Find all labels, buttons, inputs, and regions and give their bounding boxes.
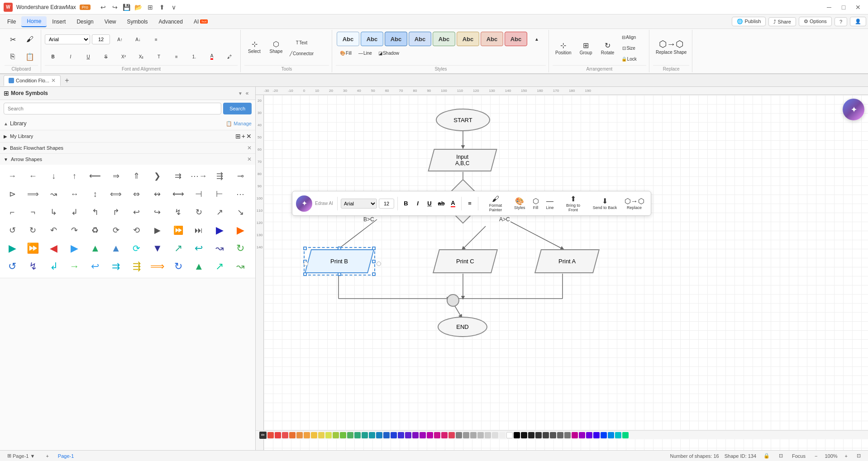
- color-accent4[interactable]: [593, 432, 600, 438]
- color-pink1[interactable]: [434, 432, 440, 438]
- lock-view-button[interactable]: 🔒: [762, 452, 772, 459]
- floating-replace-button[interactable]: ⬡→⬡ Replace: [622, 195, 647, 211]
- floating-underline-button[interactable]: U: [424, 199, 434, 209]
- text-effects-button[interactable]: T: [151, 52, 167, 62]
- floating-fill-button[interactable]: ⬡ Fill: [530, 195, 542, 211]
- template-button[interactable]: ⊞: [145, 2, 156, 13]
- arrow-circular[interactable]: ↶: [45, 222, 62, 239]
- paste-button[interactable]: 📋: [22, 52, 38, 62]
- floating-line-button[interactable]: — Line: [544, 196, 557, 211]
- text-button[interactable]: T Text: [288, 38, 315, 48]
- page-selector[interactable]: ⊞ Page-1 ▼: [5, 452, 37, 459]
- floating-align-button[interactable]: ≡: [465, 199, 475, 209]
- arrow-blue-down[interactable]: ▼: [149, 240, 166, 257]
- color-pink3[interactable]: [448, 432, 455, 438]
- zoom-out-button[interactable]: −: [813, 453, 819, 459]
- arrow-left[interactable]: ←: [24, 167, 42, 185]
- help-button[interactable]: ?: [835, 17, 847, 26]
- print-c-shape[interactable]: Print C: [434, 249, 497, 274]
- arrow-r-angle[interactable]: ⌐: [4, 204, 21, 221]
- arrow-lr4[interactable]: ↭: [149, 185, 166, 203]
- arrow-red-left[interactable]: ◀: [45, 240, 62, 257]
- font-selector[interactable]: Arial: [45, 34, 90, 44]
- underline-button[interactable]: U: [80, 52, 96, 62]
- bullet-list-button[interactable]: ≡: [168, 52, 185, 62]
- color-gray3[interactable]: [470, 432, 477, 438]
- arrow-l-angle[interactable]: ¬: [24, 204, 42, 221]
- arrow-left2[interactable]: ⟵: [86, 167, 104, 185]
- my-library-add-icon[interactable]: +: [242, 133, 245, 140]
- arrow-bend-r[interactable]: ↳: [45, 204, 62, 221]
- color-yellow3[interactable]: [325, 432, 332, 438]
- diagram-canvas[interactable]: START InputA,B,C No Yes B>C A>C: [264, 95, 868, 450]
- color-indigo1[interactable]: [398, 432, 404, 438]
- color-teal3[interactable]: [369, 432, 375, 438]
- color-purple2[interactable]: [412, 432, 419, 438]
- menu-file[interactable]: File: [2, 17, 21, 27]
- menu-symbols[interactable]: Symbols: [122, 17, 153, 27]
- strikethrough-button[interactable]: S: [98, 52, 114, 62]
- arrow-double-right[interactable]: ⇉: [170, 167, 187, 185]
- replace-shape-button[interactable]: ⬡→⬡ Replace Shape: [653, 31, 689, 62]
- print-a-shape[interactable]: Print A: [535, 249, 599, 274]
- arrow-ud[interactable]: ↕: [86, 185, 104, 203]
- arrow-seg2[interactable]: ⊢: [211, 185, 228, 203]
- arrow-refresh1[interactable]: ⟳: [107, 222, 124, 239]
- floating-styles-button[interactable]: 🎨 Styles: [511, 195, 528, 211]
- color-accent2[interactable]: [579, 432, 585, 438]
- floating-size-input[interactable]: [379, 199, 394, 209]
- style-swatch-5[interactable]: Abc: [433, 32, 455, 46]
- arrow-blue-triangle[interactable]: ▲: [107, 240, 124, 257]
- arrow-refresh2[interactable]: ⟲: [128, 222, 145, 239]
- group-button[interactable]: ⊞Group: [576, 32, 596, 64]
- color-yellow1[interactable]: [311, 432, 317, 438]
- arrow-lr3[interactable]: ⇔: [128, 185, 145, 203]
- color-gray1[interactable]: [456, 432, 462, 438]
- floating-italic-button[interactable]: I: [413, 199, 423, 209]
- color-orange2[interactable]: [296, 432, 303, 438]
- numbered-list-button[interactable]: 1.: [186, 52, 202, 62]
- color-red3[interactable]: [282, 432, 288, 438]
- add-tab-button[interactable]: +: [62, 75, 72, 86]
- rotate-button[interactable]: ↻Rotate: [598, 32, 618, 64]
- start-shape[interactable]: START: [436, 109, 490, 131]
- color-blue1[interactable]: [376, 432, 382, 438]
- my-library-close-icon[interactable]: ✕: [246, 133, 252, 140]
- basic-flowchart-header[interactable]: ▶ Basic Flowchart Shapes ✕: [0, 143, 255, 153]
- decrease-size-button[interactable]: A↓: [130, 34, 146, 44]
- lock-button[interactable]: 🔒 Lock: [620, 54, 639, 64]
- arrow-chevron-right[interactable]: ❯: [149, 167, 166, 185]
- arrow-blue-s[interactable]: ↯: [24, 258, 42, 275]
- color-dark3[interactable]: [535, 432, 542, 438]
- arrow-lr5[interactable]: ⟷: [170, 185, 187, 203]
- floating-send-back-button[interactable]: ⬇ Send to Back: [590, 195, 620, 211]
- share-button[interactable]: ⤴ Share: [768, 17, 796, 26]
- arrow-green-squig[interactable]: ↝: [232, 258, 249, 275]
- open-button[interactable]: 📂: [133, 2, 144, 13]
- arrow-shapes-header[interactable]: ▼ Arrow Shapes ✕: [0, 154, 255, 165]
- arrow-blue-wave[interactable]: ↝: [211, 240, 228, 257]
- options-button[interactable]: ⚙ Options: [799, 17, 832, 26]
- color-dark7[interactable]: [564, 432, 571, 438]
- redo-button[interactable]: ↪: [110, 2, 120, 13]
- color-orange3[interactable]: [304, 432, 310, 438]
- color-green3[interactable]: [347, 432, 353, 438]
- menu-ai[interactable]: AI hot: [188, 17, 213, 27]
- align-dropdown[interactable]: ⊟ Align: [620, 32, 639, 42]
- text-color-button[interactable]: A: [204, 52, 220, 62]
- focus-button[interactable]: Focus: [790, 453, 807, 459]
- arrow-recycle[interactable]: ♻: [86, 222, 104, 239]
- color-green2[interactable]: [340, 432, 346, 438]
- basic-flowchart-close[interactable]: ✕: [247, 145, 252, 151]
- ai-assistant-button[interactable]: ✦: [843, 99, 864, 120]
- style-swatch-1[interactable]: Abc: [337, 32, 359, 46]
- color-green1[interactable]: [333, 432, 339, 438]
- menu-design[interactable]: Design: [71, 17, 99, 27]
- color-orange1[interactable]: [289, 432, 296, 438]
- my-library-header[interactable]: ▶ My Library ⊞ + ✕: [0, 130, 255, 142]
- manage-link[interactable]: 📋 Manage: [226, 121, 252, 127]
- arrow-teal-fwd[interactable]: ⇉: [107, 258, 124, 275]
- color-teal1[interactable]: [354, 432, 361, 438]
- arrow-yellow-multi[interactable]: ⇶: [128, 258, 145, 275]
- arrow-down[interactable]: ↓: [45, 167, 62, 185]
